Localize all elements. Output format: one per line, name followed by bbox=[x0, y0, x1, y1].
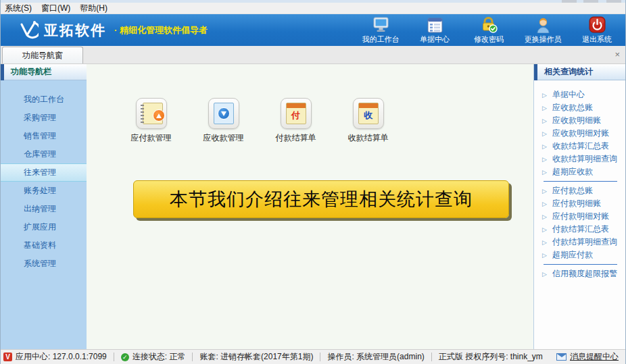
titlebar-sliver bbox=[1, 0, 625, 3]
shortcut-button bbox=[136, 98, 167, 129]
license-status: 正式版 授权序列号: think_ym bbox=[439, 351, 543, 363]
related-item-overdue-payable[interactable]: ▷超期应付款 bbox=[534, 249, 625, 261]
related-item-receivable-detail[interactable]: ▷应收款明细账 bbox=[534, 114, 625, 127]
slip-glyph: 付 bbox=[287, 111, 306, 120]
menu-help[interactable]: 帮助(H) bbox=[80, 3, 107, 14]
related-query-panel: 相关查询统计 ▷单据中心 ▷应收款总账 ▷应收款明细账 ▷应收款明细对账 ▷收款… bbox=[533, 64, 625, 349]
related-item-payment-summary[interactable]: ▷付款结算汇总表 bbox=[534, 223, 625, 236]
up-arrow-badge-icon bbox=[153, 109, 165, 122]
triangle-arrow-icon: ▷ bbox=[542, 271, 547, 278]
receipt-slip-icon: 收 bbox=[358, 103, 379, 124]
power-exit-icon bbox=[589, 16, 606, 33]
function-nav-sidebar: 功能导航栏 我的工作台 采购管理 销售管理 仓库管理 往来管理 账务处理 出纳管… bbox=[1, 64, 87, 349]
sidebar-header: 功能导航栏 bbox=[1, 64, 87, 80]
payment-slip-icon: 付 bbox=[286, 103, 306, 124]
payable-management-shortcut[interactable]: 应付款管理 bbox=[115, 98, 187, 144]
action-label: 更换操作员 bbox=[525, 34, 562, 45]
related-item-receivable-reconcile[interactable]: ▷应收款明细对账 bbox=[534, 127, 625, 140]
change-password-button[interactable]: 修改密码 bbox=[467, 16, 510, 45]
workbench-icon bbox=[372, 16, 389, 33]
brand: 亚拓软件 · 精细化管理软件倡导者 bbox=[18, 19, 208, 42]
divider bbox=[114, 353, 114, 361]
password-lock-icon bbox=[481, 16, 498, 33]
triangle-arrow-icon: ▷ bbox=[542, 118, 547, 124]
operator-person-icon bbox=[535, 16, 551, 33]
document-center-button[interactable]: 单据中心 bbox=[413, 16, 456, 45]
slip-topbar bbox=[359, 103, 378, 108]
my-workbench-button[interactable]: 我的工作台 bbox=[359, 16, 402, 45]
action-label: 退出系统 bbox=[582, 34, 612, 45]
related-item-receivable-ledger[interactable]: ▷应收款总账 bbox=[534, 101, 625, 114]
message-center-link[interactable]: 消息提醒中心 bbox=[556, 351, 619, 363]
status-bar: V 应用中心: 127.0.0.1:7099 ✓ 连接状态: 正常 账套: 进销… bbox=[1, 349, 625, 364]
shortcut-button: 收 bbox=[353, 98, 384, 129]
connection-status: ✓ 连接状态: 正常 bbox=[121, 351, 186, 363]
divider bbox=[431, 353, 432, 361]
sidebar-item-accounting[interactable]: 账务处理 bbox=[1, 182, 87, 200]
main-panel: 应付款管理 应收款管理 付 bbox=[87, 64, 533, 349]
intro-banner: 本节我们介绍往来管理相关统计查询 bbox=[133, 180, 509, 218]
related-item-receipt-summary[interactable]: ▷收款结算汇总表 bbox=[534, 140, 625, 153]
app-window: 系统(S) 窗口(W) 帮助(H) 亚拓软件 · 精细化管理软件倡导者 bbox=[0, 0, 626, 364]
menu-system[interactable]: 系统(S) bbox=[5, 3, 32, 14]
triangle-arrow-icon: ▷ bbox=[542, 252, 547, 259]
close-button[interactable] bbox=[606, 0, 621, 3]
shortcut-label: 付款结算单 bbox=[276, 132, 316, 144]
shortcut-button: 付 bbox=[281, 98, 312, 129]
receivable-management-shortcut[interactable]: 应收款管理 bbox=[187, 98, 260, 144]
divider bbox=[544, 264, 617, 265]
shortcut-label: 收款结算单 bbox=[348, 132, 389, 144]
sidebar-item-warehouse[interactable]: 仓库管理 bbox=[1, 145, 87, 163]
related-panel-title: 相关查询统计 bbox=[544, 66, 593, 78]
triangle-arrow-icon: ▷ bbox=[542, 156, 547, 163]
slip-topbar bbox=[287, 103, 306, 108]
menu-bar: 系统(S) 窗口(W) 帮助(H) bbox=[1, 3, 625, 14]
divider bbox=[320, 353, 320, 361]
related-item-overdue-receivable[interactable]: ▷超期应收款 bbox=[534, 165, 625, 178]
sidebar-item-sales[interactable]: 销售管理 bbox=[1, 127, 87, 145]
receipt-slip-shortcut[interactable]: 收 收款结算单 bbox=[332, 98, 404, 144]
triangle-arrow-icon: ▷ bbox=[542, 226, 547, 233]
related-item-document-center[interactable]: ▷单据中心 bbox=[534, 88, 625, 101]
tab-strip: 功能导航窗 × bbox=[1, 46, 625, 64]
document-center-icon bbox=[427, 16, 443, 33]
switch-operator-button[interactable]: 更换操作员 bbox=[521, 16, 564, 45]
sidebar-item-my-workbench[interactable]: 我的工作台 bbox=[1, 90, 87, 109]
header-actions: 我的工作台 单据中心 bbox=[359, 16, 619, 45]
app-center-status: V 应用中心: 127.0.0.1:7099 bbox=[3, 351, 107, 363]
triangle-arrow-icon: ▷ bbox=[542, 92, 547, 99]
related-item-payable-ledger[interactable]: ▷应付款总账 bbox=[534, 184, 625, 197]
payment-slip-shortcut[interactable]: 付 付款结算单 bbox=[260, 98, 332, 144]
brand-logo-icon bbox=[18, 19, 39, 42]
related-item-credit-limit-alert[interactable]: ▷信用额度超限报警 bbox=[534, 267, 625, 280]
brand-name: 亚拓软件 bbox=[44, 21, 106, 40]
sidebar-item-purchase[interactable]: 采购管理 bbox=[1, 109, 87, 127]
triangle-arrow-icon: ▷ bbox=[542, 239, 547, 246]
related-item-payable-reconcile[interactable]: ▷应付款明细对账 bbox=[534, 210, 625, 223]
related-item-payable-detail[interactable]: ▷应付款明细账 bbox=[534, 197, 625, 210]
accent-bar bbox=[1, 64, 4, 80]
tab-function-navigator[interactable]: 功能导航窗 bbox=[2, 47, 83, 63]
envelope-icon bbox=[556, 353, 567, 361]
related-panel-header: 相关查询统计 bbox=[534, 64, 625, 80]
operator-status: 操作员: 系统管理员(admin) bbox=[327, 351, 424, 363]
exit-system-button[interactable]: 退出系统 bbox=[575, 16, 619, 45]
minimize-button[interactable] bbox=[562, 0, 577, 3]
triangle-arrow-icon: ▷ bbox=[542, 169, 547, 176]
sidebar-item-transactions[interactable]: 往来管理 bbox=[1, 163, 87, 182]
sidebar-item-cashier[interactable]: 出纳管理 bbox=[1, 200, 87, 218]
receivable-notepad-icon bbox=[214, 103, 234, 124]
related-item-payment-detail-query[interactable]: ▷付款结算明细查询 bbox=[534, 236, 625, 249]
menu-window[interactable]: 窗口(W) bbox=[41, 3, 70, 14]
sidebar-item-extensions[interactable]: 扩展应用 bbox=[1, 218, 87, 236]
related-item-receipt-detail-query[interactable]: ▷收款结算明细查询 bbox=[534, 153, 625, 165]
triangle-arrow-icon: ▷ bbox=[542, 105, 547, 111]
shortcut-label: 应收款管理 bbox=[203, 132, 244, 144]
sidebar-item-system[interactable]: 系统管理 bbox=[1, 255, 87, 273]
sidebar-item-base-data[interactable]: 基础资料 bbox=[1, 236, 87, 255]
maximize-button[interactable] bbox=[583, 0, 598, 3]
sidebar-title: 功能导航栏 bbox=[11, 66, 51, 78]
check-circle-icon: ✓ bbox=[121, 353, 129, 361]
triangle-arrow-icon: ▷ bbox=[542, 201, 547, 207]
tab-close-icon[interactable]: × bbox=[615, 50, 620, 59]
